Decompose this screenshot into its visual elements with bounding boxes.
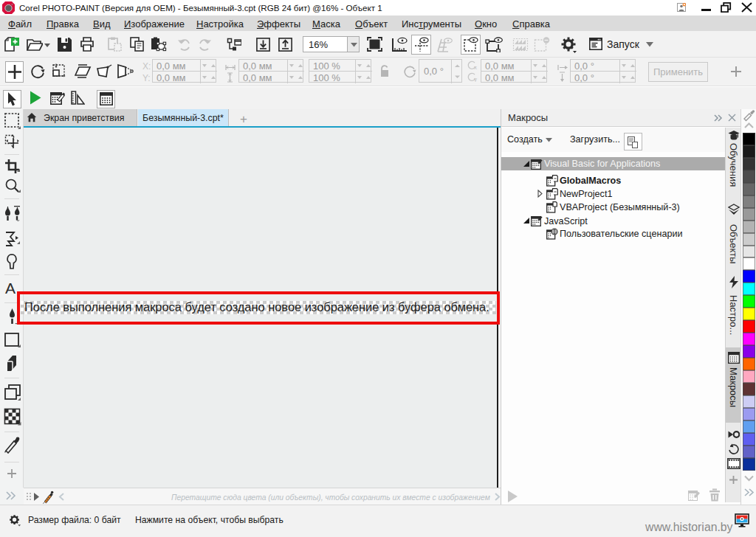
svg-text:x: x xyxy=(474,64,477,70)
svg-text:y: y xyxy=(474,76,477,82)
